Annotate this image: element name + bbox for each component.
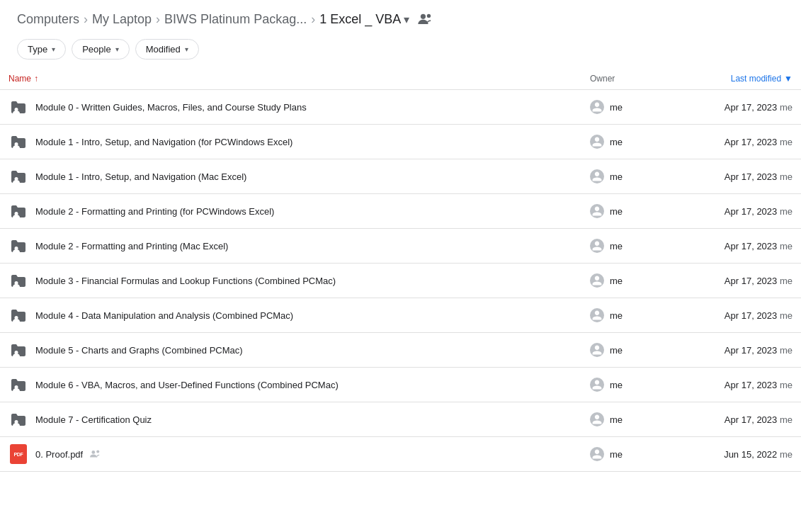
main-container: Computers › My Laptop › BIWS Platinum Pa…: [0, 0, 801, 472]
modified-filter-label: Modified: [146, 44, 181, 55]
avatar: [590, 447, 604, 461]
table-row[interactable]: Module 1 - Intro, Setup, and Navigation …: [0, 125, 801, 159]
breadcrumb: Computers › My Laptop › BIWS Platinum Pa…: [0, 0, 801, 36]
breadcrumb-dropdown-icon[interactable]: ▾: [404, 13, 409, 26]
modified-filter-button[interactable]: Modified ▾: [135, 39, 199, 60]
owner-name: me: [610, 137, 623, 147]
folder-shared-icon: [8, 271, 28, 290]
pdf-icon: PDF: [8, 444, 28, 464]
avatar: [590, 412, 604, 426]
avatar: [590, 308, 604, 322]
file-modified-cell: Apr 17, 2023 me: [674, 229, 801, 264]
file-name: Module 4 - Data Manipulation and Analysi…: [35, 310, 293, 321]
table-row[interactable]: Module 3 - Financial Formulas and Lookup…: [0, 264, 801, 298]
modified-by: me: [780, 380, 793, 390]
svg-point-12: [92, 451, 96, 454]
file-name: Module 3 - Financial Formulas and Lookup…: [35, 276, 336, 286]
modified-by: me: [780, 345, 793, 356]
modified-by: me: [780, 137, 793, 147]
modified-by: me: [780, 206, 793, 217]
people-filter-label: People: [82, 44, 110, 55]
file-name: Module 0 - Written Guides, Macros, Files…: [35, 102, 307, 113]
modified-by: me: [780, 449, 793, 460]
file-modified-cell: Apr 17, 2023 me: [674, 402, 801, 437]
modified-date: Apr 17, 2023: [725, 206, 777, 217]
avatar: [590, 378, 604, 392]
folder-shared-icon: [8, 97, 28, 117]
table-row[interactable]: Module 5 - Charts and Graphs (Combined P…: [0, 333, 801, 368]
table-row[interactable]: Module 7 - Certification Quiz me Apr 17,…: [0, 402, 801, 437]
breadcrumb-sep-1: ›: [84, 12, 88, 27]
breadcrumb-sep-3: ›: [311, 12, 315, 27]
file-name: Module 5 - Charts and Graphs (Combined P…: [35, 345, 243, 356]
file-owner-cell: me: [581, 402, 674, 437]
folder-shared-icon: [8, 340, 28, 360]
table-row[interactable]: Module 1 - Intro, Setup, and Navigation …: [0, 159, 801, 194]
owner-name: me: [610, 171, 623, 182]
modified-filter-arrow: ▾: [185, 45, 188, 53]
owner-name: me: [610, 206, 623, 217]
folder-shared-icon: [8, 236, 28, 256]
modified-by: me: [780, 241, 793, 251]
avatar: [590, 239, 604, 253]
table-row[interactable]: PDF 0. Proof.pdf me Jun 15, 2022 me: [0, 437, 801, 472]
file-name: 0. Proof.pdf: [35, 449, 83, 460]
folder-shared-icon: [8, 132, 28, 152]
type-filter-button[interactable]: Type ▾: [17, 39, 66, 60]
folder-shared-icon: [8, 166, 28, 186]
file-modified-cell: Apr 17, 2023 me: [674, 159, 801, 194]
folder-shared-icon: [8, 201, 28, 221]
file-owner-cell: me: [581, 333, 674, 368]
file-modified-cell: Apr 17, 2023 me: [674, 90, 801, 125]
breadcrumb-sep-2: ›: [156, 12, 160, 27]
file-name-cell: Module 3 - Financial Formulas and Lookup…: [0, 264, 581, 298]
file-name-cell: PDF 0. Proof.pdf: [0, 437, 581, 472]
file-owner-cell: me: [581, 437, 674, 472]
modified-date: Apr 17, 2023: [725, 137, 777, 147]
modified-date: Apr 17, 2023: [725, 276, 777, 286]
people-filter-button[interactable]: People ▾: [72, 39, 129, 60]
table-row[interactable]: Module 0 - Written Guides, Macros, Files…: [0, 90, 801, 125]
modified-date: Apr 17, 2023: [725, 102, 777, 113]
file-name: Module 1 - Intro, Setup, and Navigation …: [35, 171, 246, 182]
column-header-name[interactable]: Name ↑: [0, 68, 581, 90]
file-owner-cell: me: [581, 368, 674, 402]
file-modified-cell: Apr 17, 2023 me: [674, 264, 801, 298]
svg-point-1: [427, 14, 431, 18]
name-column-label: Name: [8, 74, 31, 84]
file-owner-cell: me: [581, 264, 674, 298]
table-row[interactable]: Module 4 - Data Manipulation and Analysi…: [0, 298, 801, 333]
table-row[interactable]: Module 2 - Formatting and Printing (Mac …: [0, 229, 801, 264]
modified-date: Apr 17, 2023: [725, 171, 777, 182]
breadcrumb-current-label[interactable]: 1 Excel _ VBA: [319, 12, 401, 27]
file-owner-cell: me: [581, 229, 674, 264]
file-name-cell: Module 0 - Written Guides, Macros, Files…: [0, 90, 581, 125]
svg-point-0: [421, 14, 426, 19]
column-header-last-modified[interactable]: Last modified ▼: [674, 68, 801, 90]
name-sort-icon: ↑: [34, 74, 38, 84]
file-list: Module 0 - Written Guides, Macros, Files…: [0, 90, 801, 472]
file-owner-cell: me: [581, 159, 674, 194]
table-row[interactable]: Module 2 - Formatting and Printing (for …: [0, 194, 801, 229]
last-modified-column-label: Last modified: [731, 74, 781, 84]
owner-column-label: Owner: [590, 74, 615, 84]
table-row[interactable]: Module 6 - VBA, Macros, and User-Defined…: [0, 368, 801, 402]
file-modified-cell: Apr 17, 2023 me: [674, 194, 801, 229]
last-modified-sort-icon: ▼: [784, 74, 793, 84]
avatar: [590, 135, 604, 149]
file-name: Module 7 - Certification Quiz: [35, 414, 152, 425]
type-filter-label: Type: [28, 44, 47, 55]
file-modified-cell: Jun 15, 2022 me: [674, 437, 801, 472]
modified-date: Apr 17, 2023: [725, 310, 777, 321]
breadcrumb-biws[interactable]: BIWS Platinum Packag...: [164, 12, 307, 27]
modified-date: Jun 15, 2022: [724, 449, 777, 460]
svg-point-13: [96, 450, 99, 453]
avatar: [590, 169, 604, 183]
people-share-icon: [90, 449, 101, 460]
owner-name: me: [610, 414, 623, 425]
breadcrumb-computers[interactable]: Computers: [17, 12, 79, 27]
file-modified-cell: Apr 17, 2023 me: [674, 333, 801, 368]
share-people-icon[interactable]: [418, 11, 433, 28]
modified-date: Apr 17, 2023: [725, 414, 777, 425]
breadcrumb-my-laptop[interactable]: My Laptop: [92, 12, 152, 27]
